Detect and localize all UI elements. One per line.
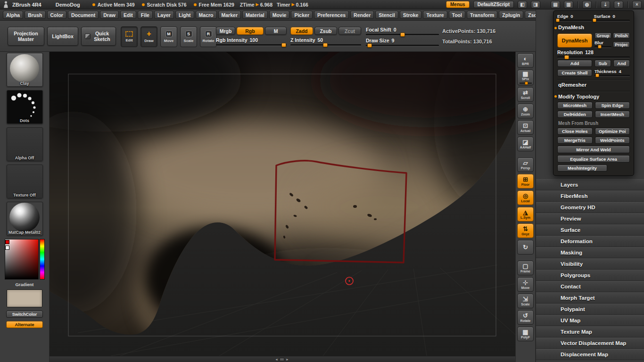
secondary-color-chip[interactable]	[5, 246, 9, 250]
shelf-move-button[interactable]: ⊹Move	[517, 277, 534, 292]
shelf-gxyz-button[interactable]: ⇅Gxyz	[517, 223, 534, 238]
menu-macro[interactable]: Macro	[196, 11, 217, 19]
tool-section-polypaint[interactable]: Polypaint	[536, 304, 644, 315]
equalize-surface-area-button[interactable]: Equalize Surface Area	[557, 155, 630, 163]
blur-slider-handle[interactable]	[598, 45, 602, 49]
m-button[interactable]: M	[265, 27, 287, 35]
menu-tool[interactable]: Tool	[449, 11, 465, 19]
menu-movie[interactable]: Movie	[269, 11, 290, 19]
menu-texture[interactable]: Texture	[423, 11, 447, 19]
shelf-zoom-button[interactable]: ⊕Zoom	[517, 104, 534, 118]
tool-section-contact[interactable]: Contact	[536, 281, 644, 292]
current-color-swatch[interactable]	[7, 289, 42, 307]
zadd-button[interactable]: Zadd	[290, 27, 313, 35]
tool-section-deformation[interactable]: Deformation	[536, 236, 644, 247]
menu-marker[interactable]: Marker	[218, 11, 241, 19]
shelf-aahalf-button[interactable]: ◪AAHalf	[517, 137, 534, 151]
and-button[interactable]: And	[613, 60, 630, 67]
scale-mode-button[interactable]: S Scale	[180, 26, 197, 47]
shelf-actual-button[interactable]: ⊡Actual	[517, 120, 534, 135]
edge-slider[interactable]: Edge0	[557, 14, 592, 21]
thickness-slider-handle[interactable]	[595, 74, 599, 77]
shelf-floor-button[interactable]: ⊞Floor	[517, 174, 534, 189]
z-intensity-handle[interactable]	[323, 43, 328, 47]
resolution-slider[interactable]: Resolution128	[557, 49, 630, 58]
current-alpha-thumbnail[interactable]: Alpha Off	[7, 127, 43, 161]
rgb-intensity-handle[interactable]	[281, 43, 286, 47]
menu-brush[interactable]: Brush	[25, 11, 45, 19]
current-brush-thumbnail[interactable]: Clay	[7, 53, 43, 87]
project-button[interactable]: Projec	[613, 41, 630, 48]
menu-draw[interactable]: Draw	[100, 11, 119, 19]
tool-section-fibermesh[interactable]: FiberMesh	[536, 190, 644, 202]
canvas-area[interactable]: ◄ ►	[50, 52, 515, 362]
tool-section-masking[interactable]: Masking	[536, 247, 644, 258]
shelf-spin-button[interactable]: ↻	[517, 240, 534, 255]
saturation-value-area[interactable]	[5, 239, 39, 280]
color-picker[interactable]	[5, 239, 45, 280]
shelf-rotate-button[interactable]: ↺Rotate	[517, 310, 534, 325]
restore-config-icon[interactable]: ⇡	[614, 1, 623, 8]
tool-section-layers[interactable]: Layers	[536, 179, 644, 190]
tool-section-polygroups[interactable]: Polygroups	[536, 270, 644, 281]
weldpoints-button[interactable]: WeldPoints	[595, 137, 630, 144]
spix-slider[interactable]	[520, 82, 532, 84]
surface-slider[interactable]: Surface0	[594, 14, 630, 21]
insertmesh-button[interactable]: InsertMesh	[595, 111, 630, 118]
menu-render[interactable]: Render	[350, 11, 374, 19]
dynamesh-button[interactable]: DynaMesh	[557, 33, 592, 48]
thickness-slider[interactable]: Thickness4	[594, 69, 630, 76]
switch-color-button[interactable]: SwitchColor	[6, 311, 43, 318]
draw-size-handle[interactable]	[367, 43, 372, 48]
menu-picker[interactable]: Picker	[291, 11, 313, 19]
current-texture-thumbnail[interactable]: Texture Off	[7, 165, 43, 198]
store-config-icon[interactable]: ⇣	[601, 1, 610, 8]
z-intensity-slider[interactable]: Z Intensity50	[290, 37, 361, 46]
menu-stencil[interactable]: Stencil	[375, 11, 398, 19]
tool-section-visibility[interactable]: Visibility	[536, 258, 644, 270]
lock-icon[interactable]: ◍	[582, 1, 592, 8]
mirror-and-weld-button[interactable]: Mirror And Weld	[557, 146, 630, 153]
tool-section-vector-displacement-map[interactable]: Vector Displacement Map	[536, 337, 644, 349]
shelf-lsym-button[interactable]: ◮L.Sym	[517, 207, 534, 222]
close-icon[interactable]: ×	[632, 1, 642, 8]
shelf-local-button[interactable]: ◎Local	[517, 190, 534, 205]
focal-shift-handle[interactable]	[400, 33, 405, 37]
shelf-bpr-button[interactable]: ◐BPR	[517, 53, 534, 68]
left-tray-divider-icon[interactable]: ◧	[518, 1, 527, 8]
default-zscript-button[interactable]: DefaultZScript	[473, 1, 514, 8]
scroll-right-icon[interactable]: ►	[286, 358, 289, 361]
menu-transform[interactable]: Transform	[467, 11, 497, 19]
focal-shift-slider[interactable]: Focal Shift0	[366, 27, 439, 35]
tool-section-surface[interactable]: Surface	[536, 224, 644, 236]
alternate-button[interactable]: Alternate	[6, 321, 43, 328]
close-holes-button[interactable]: Close Holes	[557, 128, 593, 135]
shelf-frame-button[interactable]: ▢Frame	[517, 261, 534, 275]
menu-file[interactable]: File	[138, 11, 153, 19]
scroll-left-icon[interactable]: ◄	[275, 358, 278, 361]
dynamesh-section-header[interactable]: DynaMesh	[557, 23, 630, 31]
menus-button[interactable]: Menus	[446, 1, 470, 8]
copy-config-icon[interactable]: ▤	[551, 1, 560, 8]
qremesher-section-header[interactable]: qRemesher	[557, 79, 630, 88]
rgb-button[interactable]: Rgb	[237, 27, 264, 35]
delhidden-button[interactable]: DelHidden	[557, 111, 593, 118]
polish-button[interactable]: Polish	[613, 33, 630, 39]
spin-edge-button[interactable]: Spin Edge	[595, 102, 630, 109]
menu-color[interactable]: Color	[47, 11, 66, 19]
tool-section-displacement-map[interactable]: Displacement Map	[536, 349, 644, 360]
gradient-label[interactable]: Gradient	[15, 282, 33, 287]
menu-preferences[interactable]: Preferences	[314, 11, 349, 19]
hue-strip[interactable]	[40, 239, 45, 280]
tool-section-geometry-hd[interactable]: Geometry HD	[536, 202, 644, 213]
micromesh-button[interactable]: MicroMesh	[557, 102, 593, 109]
menu-document[interactable]: Document	[68, 11, 99, 19]
current-stroke-thumbnail[interactable]: Dots	[7, 90, 43, 124]
menu-alpha[interactable]: Alpha	[3, 11, 23, 19]
add-button[interactable]: Add	[557, 60, 592, 67]
menu-light[interactable]: Light	[175, 11, 194, 19]
tool-section-morph-target[interactable]: Morph Target	[536, 292, 644, 304]
edit-mode-button[interactable]: Edit	[121, 26, 138, 47]
quick-sketch-button[interactable]: Quick Sketch	[81, 27, 116, 46]
menu-material[interactable]: Material	[242, 11, 268, 19]
